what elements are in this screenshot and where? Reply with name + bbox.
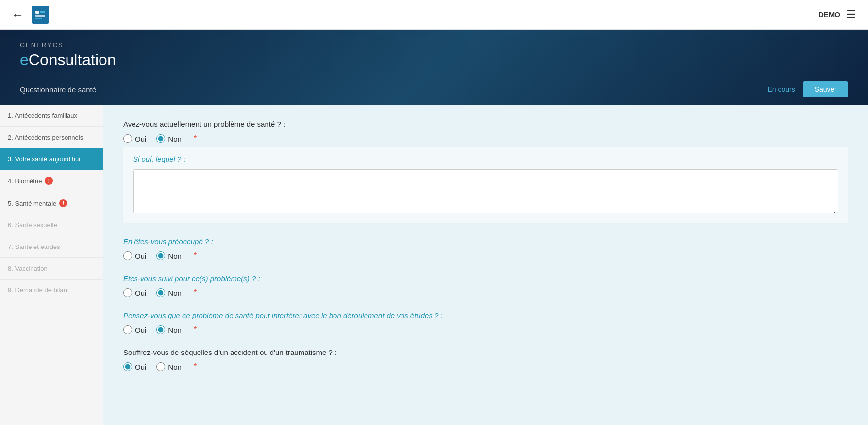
radio-input-oui-probleme-sante[interactable] <box>123 134 132 143</box>
title-suffix: Consultation <box>29 51 116 69</box>
header-right: En cours Sauver <box>768 81 848 97</box>
question-text-sequelles: Souffrez-vous de séquelles d'un accident… <box>123 348 848 356</box>
radio-input-non-probleme-sante[interactable] <box>156 134 165 143</box>
sidebar-item-sante-mentale[interactable]: 5. Santé mentale ! <box>0 192 103 214</box>
radio-input-oui-interferer[interactable] <box>123 325 132 334</box>
sidebar-item-label: 2. Antécédents personnels <box>8 134 83 141</box>
sidebar-item-label: 3. Votre santé aujourd'hui <box>8 155 80 163</box>
radio-label-non-preoccupe: Non <box>168 252 182 260</box>
sidebar-item-label: 5. Santé mentale <box>8 200 56 207</box>
navbar: ← DEMO ☰ <box>0 0 868 30</box>
header-divider <box>20 75 848 75</box>
question-interferer: Pensez-vous que ce problème de santé peu… <box>123 311 848 334</box>
content-area: Avez-vous actuellement un problème de sa… <box>103 105 868 425</box>
menu-icon[interactable]: ☰ <box>846 8 856 21</box>
question-probleme-sante: Avez-vous actuellement un problème de sa… <box>123 120 848 223</box>
sidebar-item-votre-sante[interactable]: 3. Votre santé aujourd'hui <box>0 148 103 170</box>
sidebar-item-vaccination[interactable]: 8. Vaccination <box>0 258 103 280</box>
radio-group-interferer: Oui Non * <box>123 325 848 334</box>
navbar-left: ← <box>12 6 49 24</box>
radio-label-non-suivi: Non <box>168 289 182 297</box>
radio-group-probleme-sante: Oui Non * <box>123 134 848 143</box>
sub-section-si-oui: Si oui, lequel ? : <box>123 147 848 223</box>
radio-oui-sequelles[interactable]: Oui <box>123 362 146 371</box>
sidebar-item-antecedents-personnels[interactable]: 2. Antécédents personnels <box>0 127 103 148</box>
alert-dot-biometrie: ! <box>45 177 53 185</box>
main-layout: 1. Antécédents familiaux 2. Antécédents … <box>0 105 868 425</box>
question-sequelles: Souffrez-vous de séquelles d'un accident… <box>123 348 848 371</box>
radio-oui-interferer[interactable]: Oui <box>123 325 146 334</box>
questionnaire-label: Questionnaire de santé <box>20 85 96 94</box>
radio-label-oui-sequelles: Oui <box>135 363 146 371</box>
radio-non-probleme-sante[interactable]: Non <box>156 134 182 143</box>
radio-input-non-preoccupe[interactable] <box>156 251 165 260</box>
radio-non-suivi[interactable]: Non <box>156 288 182 297</box>
sidebar-item-label: 8. Vaccination <box>8 265 48 272</box>
radio-non-sequelles[interactable]: Non <box>156 362 182 371</box>
required-star-interferer: * <box>194 325 197 334</box>
sidebar-item-biometrie[interactable]: 4. Biométrie ! <box>0 170 103 192</box>
radio-non-interferer[interactable]: Non <box>156 325 182 334</box>
alert-dot-sante-mentale: ! <box>59 199 67 207</box>
radio-non-preoccupe[interactable]: Non <box>156 251 182 260</box>
required-star-sequelles: * <box>194 362 197 371</box>
sidebar-item-sante-sexuelle[interactable]: 6. Santé sexuelle <box>0 214 103 236</box>
radio-input-non-sequelles[interactable] <box>156 362 165 371</box>
question-text-preoccupe: En êtes-vous préoccupé ? : <box>123 237 848 246</box>
radio-group-sequelles: Oui Non * <box>123 362 848 371</box>
radio-oui-preoccupe[interactable]: Oui <box>123 251 146 260</box>
navbar-right: DEMO ☰ <box>818 8 856 21</box>
sidebar-item-label: 6. Santé sexuelle <box>8 221 57 229</box>
radio-label-non-interferer: Non <box>168 326 182 334</box>
sidebar-item-label: 4. Biométrie <box>8 177 42 185</box>
radio-oui-suivi[interactable]: Oui <box>123 288 146 297</box>
radio-label-non-probleme-sante: Non <box>168 135 182 143</box>
svg-rect-1 <box>40 11 45 13</box>
textarea-si-oui[interactable] <box>133 169 838 213</box>
sidebar-item-antecedents-familiaux[interactable]: 1. Antécédents familiaux <box>0 105 103 127</box>
header-actions: Questionnaire de santé En cours Sauver <box>20 81 848 105</box>
sidebar: 1. Antécédents familiaux 2. Antécédents … <box>0 105 103 425</box>
required-star-preoccupe: * <box>194 251 197 260</box>
page-header: GENERYCS eConsultation Questionnaire de … <box>0 30 868 105</box>
demo-label: DEMO <box>818 10 840 19</box>
sidebar-item-label: 7. Santé et études <box>8 243 60 250</box>
logo-icon <box>32 6 49 24</box>
radio-group-suivi: Oui Non * <box>123 288 848 297</box>
radio-label-oui-probleme-sante: Oui <box>135 135 146 143</box>
radio-oui-probleme-sante[interactable]: Oui <box>123 134 146 143</box>
radio-label-non-sequelles: Non <box>168 363 182 371</box>
svg-rect-0 <box>35 11 39 14</box>
radio-label-oui-preoccupe: Oui <box>135 252 146 260</box>
question-text-interferer: Pensez-vous que ce problème de santé peu… <box>123 311 848 319</box>
sidebar-item-label: 9. Demande de bilan <box>8 286 67 294</box>
radio-label-oui-interferer: Oui <box>135 326 146 334</box>
radio-input-oui-preoccupe[interactable] <box>123 251 132 260</box>
sidebar-item-label: 1. Antécédents familiaux <box>8 112 77 119</box>
sidebar-item-demande-bilan[interactable]: 9. Demande de bilan <box>0 280 103 301</box>
question-suivi: Etes-vous suivi pour ce(s) problème(s) ?… <box>123 274 848 297</box>
radio-input-non-interferer[interactable] <box>156 325 165 334</box>
required-star-probleme-sante: * <box>194 134 197 143</box>
sidebar-item-sante-etudes[interactable]: 7. Santé et études <box>0 236 103 258</box>
radio-input-oui-suivi[interactable] <box>123 288 132 297</box>
question-text-probleme-sante: Avez-vous actuellement un problème de sa… <box>123 120 848 128</box>
radio-input-non-suivi[interactable] <box>156 288 165 297</box>
page-title: eConsultation <box>20 51 848 69</box>
save-button[interactable]: Sauver <box>803 81 848 97</box>
radio-group-preoccupe: Oui Non * <box>123 251 848 260</box>
radio-label-oui-suivi: Oui <box>135 289 146 297</box>
svg-rect-3 <box>35 18 42 19</box>
radio-input-oui-sequelles[interactable] <box>123 362 132 371</box>
status-badge: En cours <box>768 85 795 93</box>
back-button[interactable]: ← <box>12 8 24 22</box>
question-text-suivi: Etes-vous suivi pour ce(s) problème(s) ?… <box>123 274 848 283</box>
question-preoccupe: En êtes-vous préoccupé ? : Oui Non * <box>123 237 848 260</box>
svg-rect-2 <box>35 15 45 17</box>
brand-name: GENERYCS <box>20 41 848 49</box>
required-star-suivi: * <box>194 288 197 297</box>
sub-question-text: Si oui, lequel ? : <box>133 155 838 163</box>
title-prefix: e <box>20 51 29 69</box>
